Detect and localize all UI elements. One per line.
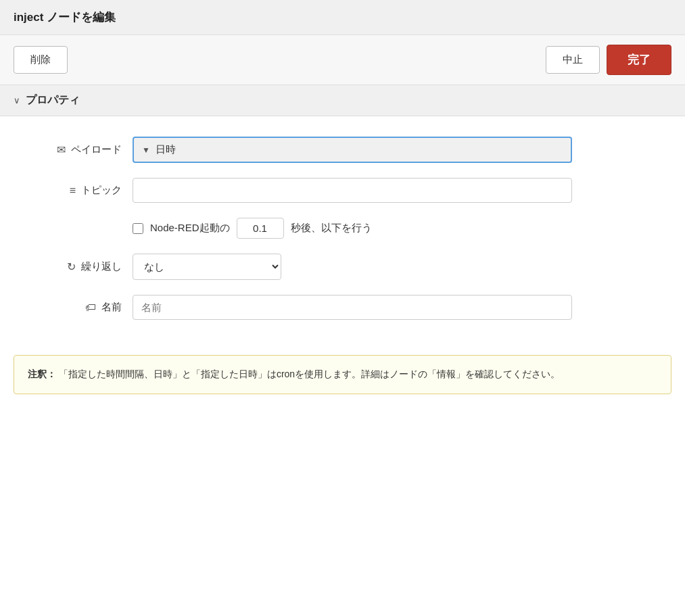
payload-label: ✉ ペイロード xyxy=(20,143,122,156)
payload-select[interactable]: ▼ 日時 xyxy=(133,137,572,163)
startup-row: Node-RED起動の 秒後、以下を行う xyxy=(20,218,665,239)
note-text: 「指定した時間間隔、日時」と「指定した日時」はcronを使用します。詳細はノード… xyxy=(59,369,560,379)
note-box: 注釈： 「指定した時間間隔、日時」と「指定した日時」はcronを使用します。詳細… xyxy=(14,355,671,394)
form-body: ✉ ペイロード ▼ 日時 ≡ トピック Node-RED起動の xyxy=(0,116,685,348)
envelope-icon: ✉ xyxy=(57,143,66,156)
startup-checkbox[interactable] xyxy=(133,223,143,234)
page-container: inject ノードを編集 削除 中止 完了 ∨ プロパティ ✉ ペイロード ▼… xyxy=(0,0,685,616)
page-title: inject ノードを編集 xyxy=(14,11,116,24)
repeat-row: ↻ 繰り返し なし 一定間隔 指定した時間間隔 指定した日時 xyxy=(20,254,665,280)
chevron-icon: ∨ xyxy=(14,95,20,105)
topic-row: ≡ トピック xyxy=(20,178,665,203)
topic-input[interactable] xyxy=(133,178,572,203)
repeat-icon: ↻ xyxy=(67,260,76,273)
payload-value: 日時 xyxy=(156,143,176,156)
repeat-control: なし 一定間隔 指定した時間間隔 指定した日時 xyxy=(133,254,572,280)
name-row: 🏷 名前 xyxy=(20,295,665,320)
payload-row: ✉ ペイロード ▼ 日時 xyxy=(20,137,665,163)
topic-control xyxy=(133,178,572,203)
topic-label-text: トピック xyxy=(81,184,122,197)
name-control xyxy=(133,295,572,320)
done-button[interactable]: 完了 xyxy=(607,45,671,75)
note-prefix: 注釈： xyxy=(28,369,56,379)
cancel-button[interactable]: 中止 xyxy=(546,46,600,74)
startup-label-before: Node-RED起動の xyxy=(150,222,230,235)
payload-control: ▼ 日時 xyxy=(133,137,572,163)
name-label: 🏷 名前 xyxy=(20,301,122,314)
header: inject ノードを編集 xyxy=(0,0,685,35)
repeat-label-text: 繰り返し xyxy=(81,260,122,273)
startup-label-after: 秒後、以下を行う xyxy=(291,222,372,235)
name-input[interactable] xyxy=(133,295,572,320)
repeat-label: ↻ 繰り返し xyxy=(20,260,122,273)
properties-section-header: ∨ プロパティ xyxy=(0,85,685,116)
topic-icon: ≡ xyxy=(70,185,76,197)
delete-button[interactable]: 削除 xyxy=(14,46,68,74)
properties-title: プロパティ xyxy=(26,93,80,108)
toolbar: 削除 中止 完了 xyxy=(0,35,685,85)
tag-icon: 🏷 xyxy=(85,302,96,314)
dropdown-arrow-icon: ▼ xyxy=(142,145,150,155)
payload-label-text: ペイロード xyxy=(71,143,122,156)
startup-seconds-input[interactable] xyxy=(237,218,284,239)
name-label-text: 名前 xyxy=(101,301,122,314)
repeat-select[interactable]: なし 一定間隔 指定した時間間隔 指定した日時 xyxy=(133,254,281,280)
topic-label: ≡ トピック xyxy=(20,184,122,197)
